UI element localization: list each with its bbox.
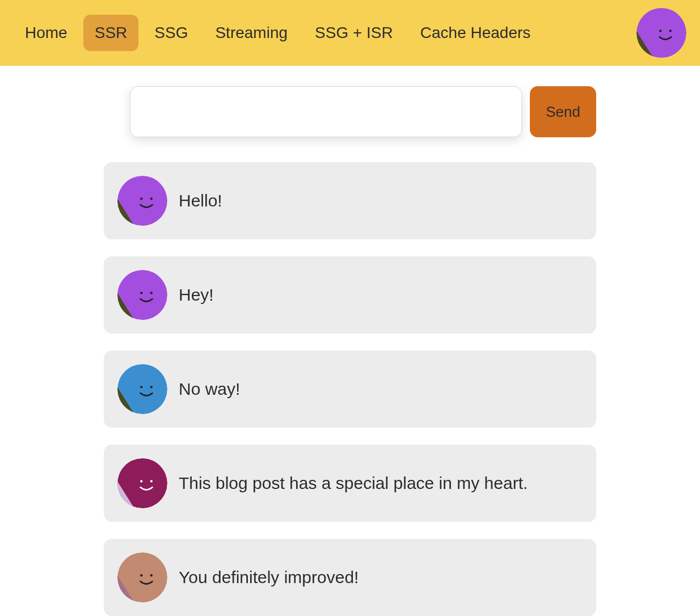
message-text: Hey! — [179, 285, 214, 305]
message-row: Hey! — [104, 256, 596, 334]
nav-ssg-isr[interactable]: SSG + ISR — [303, 15, 404, 51]
svg-point-11 — [150, 292, 153, 294]
nav-streaming[interactable]: Streaming — [204, 15, 299, 51]
message-row: Hello! — [104, 162, 596, 239]
messages-list: Hello! Hey! No way! — [104, 162, 596, 616]
message-text: No way! — [179, 379, 240, 399]
avatar-icon — [117, 176, 167, 226]
avatar-icon — [117, 364, 167, 414]
svg-point-14 — [140, 386, 142, 388]
message-text: This blog post has a special place in my… — [179, 474, 528, 493]
svg-point-23 — [150, 574, 153, 576]
main: Send Hello! Hey! — [95, 66, 605, 616]
message-text: Hello! — [179, 191, 222, 210]
svg-point-2 — [659, 29, 661, 32]
svg-point-22 — [140, 574, 142, 576]
avatar-icon — [117, 270, 167, 320]
svg-point-19 — [150, 480, 153, 482]
message-text: You definitely improved! — [179, 568, 359, 587]
nav-ssg[interactable]: SSG — [143, 15, 199, 51]
svg-point-10 — [140, 292, 142, 294]
svg-point-15 — [150, 386, 153, 388]
message-input[interactable] — [130, 86, 522, 137]
message-row: No way! — [104, 351, 596, 428]
svg-point-6 — [140, 197, 142, 200]
svg-point-18 — [140, 480, 142, 482]
avatar-icon — [117, 458, 167, 508]
nav-ssr[interactable]: SSR — [83, 15, 139, 51]
svg-point-7 — [150, 197, 153, 200]
message-row: You definitely improved! — [104, 539, 596, 616]
nav-home[interactable]: Home — [14, 15, 79, 51]
compose-row: Send — [130, 86, 596, 137]
avatar-icon — [117, 552, 167, 602]
header-avatar[interactable] — [636, 8, 686, 58]
message-row: This blog post has a special place in my… — [104, 445, 596, 522]
svg-point-3 — [669, 29, 672, 32]
header: Home SSR SSG Streaming SSG + ISR Cache H… — [0, 0, 700, 66]
nav-cache-headers[interactable]: Cache Headers — [409, 15, 542, 51]
nav: Home SSR SSG Streaming SSG + ISR Cache H… — [14, 15, 632, 51]
send-button[interactable]: Send — [530, 86, 596, 137]
